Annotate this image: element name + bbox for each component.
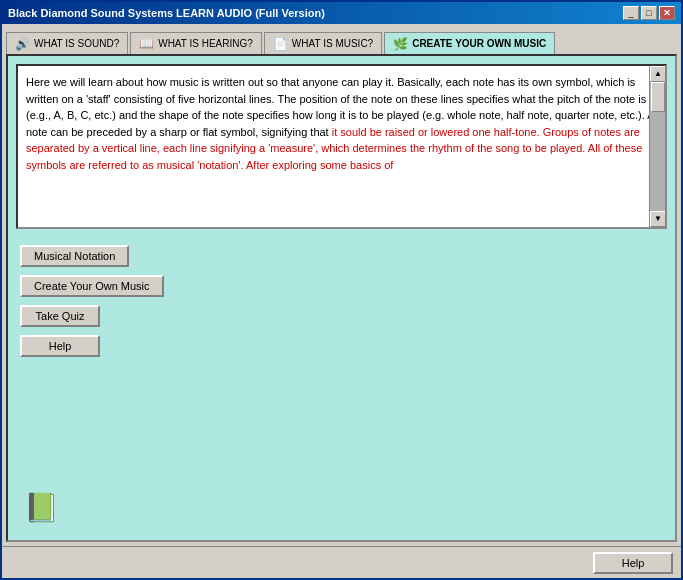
- text-scrollbar[interactable]: ▲ ▼: [649, 66, 665, 227]
- bottom-bar: Help: [2, 546, 681, 578]
- content-area: Here we will learn about how music is wr…: [6, 54, 677, 542]
- tab-music-label: WHAT IS MUSIC?: [292, 38, 373, 49]
- tab-hearing-label: WHAT IS HEARING?: [158, 38, 253, 49]
- help-button[interactable]: Help: [20, 335, 100, 357]
- tab-create-your-own-music[interactable]: 🌿 CREATE YOUR OWN MUSIC: [384, 32, 555, 54]
- create-music-tab-icon: 🌿: [393, 37, 408, 51]
- scroll-thumb[interactable]: [651, 82, 665, 112]
- text-content: Here we will learn about how music is wr…: [26, 74, 657, 219]
- sound-tab-icon: 🔊: [15, 37, 30, 51]
- tab-what-is-hearing[interactable]: 📖 WHAT IS HEARING?: [130, 32, 262, 54]
- main-paragraph: Here we will learn about how music is wr…: [26, 76, 654, 171]
- navigation-buttons: Musical Notation Create Your Own Music T…: [16, 245, 667, 357]
- window-title: Black Diamond Sound Systems LEARN AUDIO …: [8, 7, 325, 19]
- red-text-portion: it sould be raised or lowered one half-t…: [26, 126, 642, 171]
- main-window: Black Diamond Sound Systems LEARN AUDIO …: [0, 0, 683, 580]
- create-your-own-music-button[interactable]: Create Your Own Music: [20, 275, 164, 297]
- tab-create-label: CREATE YOUR OWN MUSIC: [412, 38, 546, 49]
- window-controls: _ □ ✕: [623, 6, 675, 20]
- tab-what-is-sound[interactable]: 🔊 WHAT IS SOUND?: [6, 32, 128, 54]
- close-button[interactable]: ✕: [659, 6, 675, 20]
- take-quiz-button[interactable]: Take Quiz: [20, 305, 100, 327]
- title-bar: Black Diamond Sound Systems LEARN AUDIO …: [2, 2, 681, 24]
- hearing-tab-icon: 📖: [139, 37, 154, 51]
- book-icon: 📗: [24, 491, 59, 524]
- maximize-button[interactable]: □: [641, 6, 657, 20]
- main-text-box: Here we will learn about how music is wr…: [16, 64, 667, 229]
- scroll-up-button[interactable]: ▲: [650, 66, 666, 82]
- music-tab-icon: 📄: [273, 37, 288, 51]
- tab-sound-label: WHAT IS SOUND?: [34, 38, 119, 49]
- tab-what-is-music[interactable]: 📄 WHAT IS MUSIC?: [264, 32, 382, 54]
- musical-notation-button[interactable]: Musical Notation: [20, 245, 129, 267]
- minimize-button[interactable]: _: [623, 6, 639, 20]
- scroll-track: [650, 82, 665, 211]
- bottom-help-button[interactable]: Help: [593, 552, 673, 574]
- scroll-down-button[interactable]: ▼: [650, 211, 666, 227]
- tab-bar: 🔊 WHAT IS SOUND? 📖 WHAT IS HEARING? 📄 WH…: [2, 24, 681, 54]
